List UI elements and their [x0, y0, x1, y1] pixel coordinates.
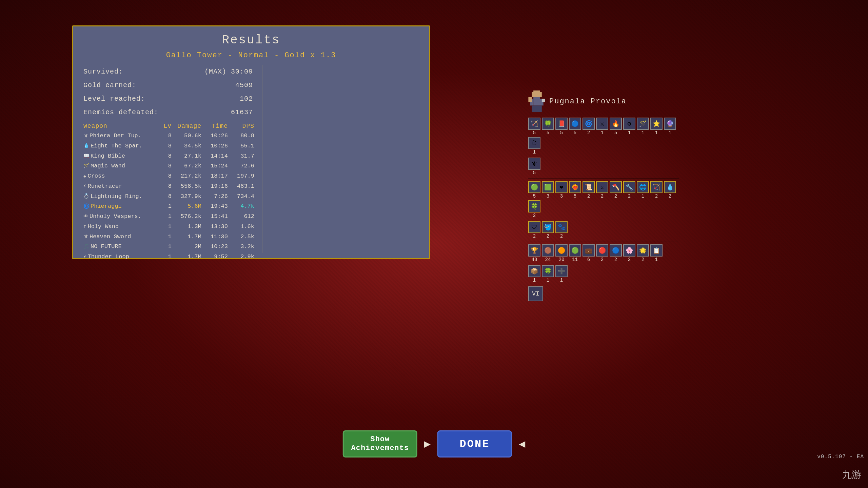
- weapon-damage: 576.2k: [174, 211, 201, 222]
- item-box: 🟢: [569, 244, 581, 257]
- weapon-time: 10:23: [204, 242, 228, 252]
- weapon-damage: 2M: [174, 242, 201, 252]
- item-icon: 🔥: [611, 119, 620, 128]
- weapon-icon: ✚: [83, 172, 86, 181]
- item-count: 5: [533, 170, 536, 176]
- show-achievements-button[interactable]: ShowAchievements: [343, 430, 417, 458]
- item-count: 2: [642, 257, 644, 262]
- weapons-list: 🗡 Phiera Der Tup. 8 50.6k 10:26 80.8 💧 E…: [83, 131, 256, 262]
- item-count: 2: [533, 213, 536, 218]
- item-icon: 🔮: [665, 119, 675, 128]
- item-count: 1: [655, 257, 658, 262]
- results-title: Results: [83, 33, 419, 47]
- item-cell: 🪄 1: [637, 118, 649, 136]
- item-box: 🍀: [542, 118, 554, 130]
- item-box: 🟩: [542, 181, 554, 193]
- weapon-lv: 8: [158, 171, 172, 181]
- item-cell: 🏆 48: [528, 244, 540, 262]
- item-count: 1: [655, 130, 658, 136]
- item-cell: 📜 2: [583, 181, 595, 199]
- item-count: 1: [628, 130, 631, 136]
- item-count: 2: [628, 194, 631, 199]
- item-cell: 🔵 5: [569, 118, 581, 136]
- item-icon: 📕: [557, 119, 566, 128]
- weapon-dps: 2.5k: [231, 232, 254, 242]
- item-box: 🏹: [528, 118, 540, 130]
- weapon-lv: 1: [158, 211, 172, 222]
- item-icon: 🔧: [625, 182, 634, 192]
- col-weapon: Weapon: [83, 123, 158, 129]
- item-count: 48: [532, 257, 537, 262]
- weapon-lv: 8: [158, 141, 172, 151]
- weapon-lv: 1: [158, 232, 172, 242]
- item-box: ❤‍🔥: [569, 181, 581, 193]
- item-count: 2: [669, 194, 671, 199]
- item-box: 📋: [650, 244, 663, 257]
- item-icon: 🟠: [557, 246, 566, 255]
- item-row: 🏹 5 🍀 5 📕 5 🔵 5 🌀: [528, 118, 679, 155]
- done-button[interactable]: DONE: [437, 430, 512, 458]
- weapon-icon: 🗡: [83, 232, 88, 241]
- weapon-icon: 👁: [83, 212, 88, 221]
- item-count: 1: [642, 194, 644, 199]
- weapon-icon: 📖: [83, 152, 89, 160]
- item-cell: ⚙ 1: [623, 118, 635, 136]
- item-count: 1: [533, 149, 536, 155]
- item-icon: 🏹: [530, 119, 539, 128]
- item-box: ➕: [555, 265, 568, 277]
- weapon-time: 18:17: [204, 171, 228, 181]
- item-cell: 📕 5: [555, 118, 568, 136]
- item-icon: ❤‍🔥: [570, 182, 580, 192]
- weapon-name: ✚ Cross: [83, 171, 158, 181]
- item-cell: 🪓 2: [610, 181, 622, 199]
- item-icon: 📜: [584, 182, 593, 192]
- next-arrow[interactable]: ◀: [519, 437, 525, 451]
- svg-rect-7: [542, 99, 545, 102]
- weapon-lv: 1: [158, 201, 172, 211]
- item-box: 🏆: [528, 244, 540, 257]
- item-cell: ⚔ 1: [596, 118, 608, 136]
- item-row: 📦 1 🍀 1 ➕ 1: [528, 265, 679, 283]
- item-icon: 🟤: [543, 246, 553, 255]
- gold-label: Gold earned:: [83, 79, 136, 92]
- col-time: Time: [204, 123, 228, 129]
- weapon-name: ✝ Holy Wand: [83, 222, 158, 232]
- item-count: 2: [601, 257, 604, 262]
- weapon-dps: 3.2k: [231, 242, 254, 252]
- weapon-time: 15:41: [204, 211, 228, 222]
- item-icon: 🟩: [543, 182, 553, 192]
- item-count: 1: [547, 278, 549, 283]
- prev-arrow[interactable]: ▶: [424, 437, 431, 451]
- weapon-name: ⚡ Thunder Loop: [83, 252, 158, 262]
- weapon-lv: 8: [158, 181, 172, 191]
- item-row: 🛡 2 🪣 2 🐾 2: [528, 221, 679, 239]
- weapon-row: 🪄 Magic Wand 8 67.2k 15:24 72.6: [83, 161, 256, 171]
- item-count: 2: [655, 194, 658, 199]
- weapon-damage: 50.6k: [174, 131, 201, 141]
- level-value: 102: [240, 92, 253, 106]
- weapon-row: 🗡 Phiera Der Tup. 8 50.6k 10:26 80.8: [83, 131, 256, 141]
- item-icon: 💧: [665, 182, 675, 192]
- results-panel: Results Gallo Tower - Normal - Gold x 1.…: [72, 25, 430, 259]
- weapon-row: 🗡 Heaven Sword 1 1.7M 11:30 2.5k: [83, 232, 256, 242]
- weapon-damage: 327.9k: [174, 191, 201, 202]
- item-icon: ⚙: [625, 119, 634, 128]
- item-icon: 🔵: [611, 246, 620, 255]
- subtitle: Gallo Tower - Normal - Gold x 1.3: [83, 51, 419, 60]
- char-name: Pugnala Provola: [549, 97, 627, 106]
- item-count: 5: [574, 130, 576, 136]
- item-count: 2: [614, 257, 617, 262]
- item-count: 2: [533, 233, 536, 239]
- item-icon: 🍀: [543, 119, 553, 128]
- weapon-icon: ✝: [83, 222, 86, 231]
- item-cell: 🍀 5: [542, 118, 554, 136]
- weapon-row: 👁 Unholy Vespers. 1 576.2k 15:41 612: [83, 211, 256, 222]
- weapon-damage: 34.5k: [174, 141, 201, 151]
- stage-badge: VI: [528, 286, 543, 301]
- weapon-damage: 67.2k: [174, 161, 201, 171]
- weapon-damage: 1.7M: [174, 232, 201, 242]
- weapon-time: 9:52: [204, 252, 228, 262]
- item-count: 2: [587, 194, 590, 199]
- item-icon: 🪓: [611, 182, 620, 192]
- weapon-name: 💧 Eight The Spar.: [83, 141, 158, 151]
